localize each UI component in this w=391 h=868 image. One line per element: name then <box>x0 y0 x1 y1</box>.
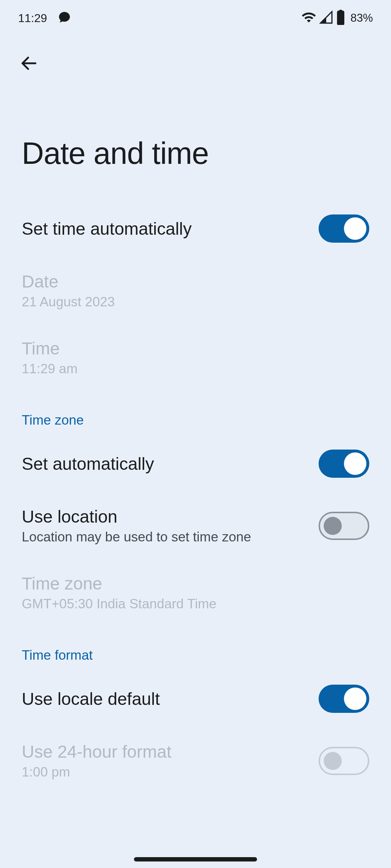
signal-icon <box>319 10 333 26</box>
battery-percent: 83% <box>350 12 373 25</box>
set-tz-auto-row[interactable]: Set automatically <box>0 435 391 492</box>
setting-content: Set automatically <box>22 454 319 474</box>
page-header: Date and time <box>0 81 391 200</box>
timeformat-section-header: Time format <box>0 626 391 670</box>
set-tz-auto-toggle[interactable] <box>319 450 369 478</box>
use-24h-row: Use 24-hour format 1:00 pm <box>0 727 391 794</box>
setting-content: Time zone GMT+05:30 India Standard Time <box>22 574 369 612</box>
setting-subtitle: Location may be used to set time zone <box>22 529 319 545</box>
timezone-section-header: Time zone <box>0 391 391 435</box>
use-locale-toggle[interactable] <box>319 685 369 713</box>
use-24h-toggle <box>319 747 369 775</box>
setting-content: Use location Location may be used to set… <box>22 507 319 545</box>
wifi-icon <box>301 10 316 26</box>
setting-value: 11:29 am <box>22 361 369 376</box>
status-bar: 11:29 83% <box>0 0 391 33</box>
status-left: 11:29 <box>18 11 71 25</box>
timezone-row: Time zone GMT+05:30 India Standard Time <box>0 559 391 626</box>
setting-content: Time 11:29 am <box>22 339 369 376</box>
setting-label: Use locale default <box>22 689 319 709</box>
section-title: Time format <box>22 648 369 663</box>
battery-icon <box>336 10 345 26</box>
use-location-row[interactable]: Use location Location may be used to set… <box>0 492 391 559</box>
arrow-left-icon <box>19 54 39 73</box>
setting-content: Use locale default <box>22 689 319 709</box>
setting-label: Set automatically <box>22 454 319 474</box>
setting-label: Set time automatically <box>22 219 319 239</box>
status-time: 11:29 <box>18 12 47 25</box>
setting-content: Date 21 August 2023 <box>22 272 369 310</box>
chat-icon <box>58 11 71 25</box>
use-location-toggle[interactable] <box>319 512 369 540</box>
setting-value: GMT+05:30 India Standard Time <box>22 596 369 612</box>
status-right: 83% <box>301 10 373 26</box>
setting-content: Set time automatically <box>22 219 319 239</box>
setting-content: Use 24-hour format 1:00 pm <box>22 742 319 780</box>
setting-label: Use location <box>22 507 319 527</box>
set-time-auto-toggle[interactable] <box>319 214 369 243</box>
svg-rect-2 <box>339 14 343 24</box>
setting-value: 21 August 2023 <box>22 294 369 310</box>
date-row: Date 21 August 2023 <box>0 257 391 324</box>
setting-label: Time zone <box>22 574 369 593</box>
set-time-auto-row[interactable]: Set time automatically <box>0 200 391 257</box>
back-button[interactable] <box>18 52 40 74</box>
svg-rect-3 <box>339 10 342 11</box>
setting-label: Use 24-hour format <box>22 742 319 762</box>
page-title: Date and time <box>22 136 369 171</box>
setting-label: Time <box>22 339 369 358</box>
section-title: Time zone <box>22 413 369 428</box>
setting-value: 1:00 pm <box>22 765 319 780</box>
use-locale-row[interactable]: Use locale default <box>0 670 391 727</box>
navigation-handle[interactable] <box>134 857 257 861</box>
nav-back-container <box>0 33 391 81</box>
time-row: Time 11:29 am <box>0 324 391 391</box>
setting-label: Date <box>22 272 369 292</box>
